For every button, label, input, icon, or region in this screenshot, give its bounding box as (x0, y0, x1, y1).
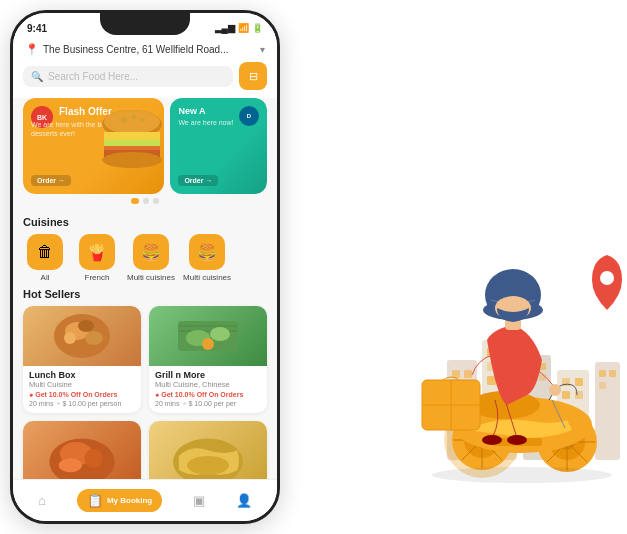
nav-home[interactable]: ⌂ (38, 493, 46, 508)
food-time-2: 20 mins (155, 400, 180, 407)
svg-rect-21 (562, 391, 570, 399)
food-price-2: $ 10.00 per per (189, 400, 236, 407)
svg-rect-24 (599, 370, 606, 377)
cuisine-all-icon: 🗑 (27, 234, 63, 270)
grid-icon: ▣ (193, 493, 205, 508)
cuisine-multi-2-label: Multi cuisines (183, 273, 231, 282)
dot-1[interactable] (131, 198, 139, 204)
nav-my-booking[interactable]: 📋 My Booking (77, 489, 162, 512)
cuisines-title: Cuisines (23, 216, 267, 228)
svg-point-67 (132, 115, 137, 120)
hot-sellers-section: Hot Sellers Lunch Box (13, 284, 277, 493)
svg-point-57 (600, 271, 614, 285)
svg-point-79 (202, 338, 214, 350)
wifi-icon: 📶 (238, 23, 249, 33)
bottom-nav: ⌂ 📋 My Booking ▣ 👤 (13, 479, 277, 521)
food-offer-grill: ● Get 10.0% Off On Orders (155, 391, 261, 398)
location-bar[interactable]: 📍 The Business Centre, 61 Wellfield Road… (13, 39, 277, 62)
svg-rect-3 (464, 370, 472, 378)
svg-rect-22 (575, 391, 583, 399)
burger-illustration (92, 102, 164, 182)
svg-point-58 (432, 467, 612, 483)
location-text: The Business Centre, 61 Wellfield Road..… (43, 44, 256, 55)
food-offer-lunch-box: ● Get 10.0% Off On Orders (29, 391, 135, 398)
dot-3[interactable] (153, 198, 159, 204)
food-grid: Lunch Box Multi Cuisine ● Get 10.0% Off … (23, 306, 267, 491)
svg-rect-17 (539, 374, 546, 381)
food-card-grill[interactable]: Grill n More Multi Cuisine, Chinese ● Ge… (149, 306, 267, 413)
cuisines-section: Cuisines 🗑 All 🍟 French 🍔 Multi cuisines… (13, 212, 277, 284)
cuisine-multi-1[interactable]: 🍔 Multi cuisines (127, 234, 175, 282)
svg-point-66 (121, 117, 127, 123)
cuisine-all[interactable]: 🗑 All (23, 234, 67, 282)
svg-point-50 (482, 435, 502, 445)
banner-2-order-btn[interactable]: Order → (178, 175, 218, 186)
svg-point-71 (85, 331, 103, 345)
search-input-wrap[interactable]: 🔍 Search Food Here... (23, 66, 233, 87)
food-info-lunch-box: Lunch Box Multi Cuisine ● Get 10.0% Off … (23, 366, 141, 413)
banner-1[interactable]: BK Flash Offer We are here with the best… (23, 98, 164, 194)
search-bar: 🔍 Search Food Here... ⊟ (13, 62, 277, 98)
banner-container: BK Flash Offer We are here with the best… (23, 98, 267, 194)
food-price-1: $ 10.00 per person (63, 400, 122, 407)
svg-point-52 (549, 384, 561, 396)
food-cuisine-grill: Multi Cuisine, Chinese (155, 380, 261, 389)
phone-screen: 9:41 ▂▄▆ 📶 🔋 📍 The Business Centre, 61 W… (13, 13, 277, 521)
nav-profile[interactable]: 👤 (236, 493, 252, 508)
food-image-lunch-box (23, 306, 141, 366)
svg-point-73 (78, 320, 94, 332)
search-input[interactable]: Search Food Here... (48, 71, 138, 82)
svg-rect-23 (595, 362, 620, 460)
cuisine-french[interactable]: 🍟 French (75, 234, 119, 282)
svg-point-60 (104, 110, 160, 134)
cuisine-multi-1-icon: 🍔 (133, 234, 169, 270)
food-meta-lunch-box: 20 mins $ 10.00 per person (29, 400, 135, 407)
offer-dot-2: ● (155, 391, 159, 398)
signal-icon: ▂▄▆ (215, 23, 235, 33)
filter-button[interactable]: ⊟ (239, 62, 267, 90)
banner-1-order-btn[interactable]: Order → (31, 175, 71, 186)
banner-2[interactable]: D New A We are here now! Order → (170, 98, 267, 194)
booking-label: My Booking (107, 496, 152, 505)
svg-point-68 (140, 118, 144, 122)
battery-icon: 🔋 (252, 23, 263, 33)
booking-icon: 📋 (87, 493, 103, 508)
home-icon: ⌂ (38, 493, 46, 508)
banner-2-logo: D (239, 106, 259, 126)
svg-point-85 (187, 456, 229, 475)
food-time-1: 20 mins (29, 400, 54, 407)
banner-area: BK Flash Offer We are here with the best… (13, 98, 277, 212)
nav-grid[interactable]: ▣ (193, 493, 205, 508)
separator-2 (183, 402, 186, 405)
food-image-grill (149, 306, 267, 366)
profile-icon: 👤 (236, 493, 252, 508)
separator-1 (57, 402, 60, 405)
cuisine-multi-1-label: Multi cuisines (127, 273, 175, 282)
cuisine-multi-2[interactable]: 🍔 Multi cuisines (183, 234, 231, 282)
svg-point-51 (507, 435, 527, 445)
search-icon: 🔍 (31, 71, 43, 82)
chevron-down-icon: ▾ (260, 44, 265, 55)
cuisine-all-label: All (41, 273, 50, 282)
svg-point-72 (64, 332, 76, 344)
offer-dot-1: ● (29, 391, 33, 398)
cuisine-list: 🗑 All 🍟 French 🍔 Multi cuisines 🍔 Multi … (23, 234, 267, 282)
svg-rect-20 (575, 378, 583, 386)
banner-2-title: New A (178, 106, 205, 116)
svg-point-83 (59, 458, 82, 472)
svg-rect-25 (609, 370, 616, 377)
status-icons: ▂▄▆ 📶 🔋 (215, 23, 263, 33)
food-card-lunch-box[interactable]: Lunch Box Multi Cuisine ● Get 10.0% Off … (23, 306, 141, 413)
phone-notch (100, 13, 190, 35)
hot-sellers-title: Hot Sellers (23, 288, 267, 300)
food-cuisine-lunch-box: Multi Cuisine (29, 380, 135, 389)
food-info-grill: Grill n More Multi Cuisine, Chinese ● Ge… (149, 366, 267, 413)
food-meta-grill: 20 mins $ 10.00 per per (155, 400, 261, 407)
phone-frame: 9:41 ▂▄▆ 📶 🔋 📍 The Business Centre, 61 W… (10, 10, 280, 524)
location-pin-icon: 📍 (25, 43, 39, 56)
svg-point-65 (102, 152, 162, 168)
banner-dots (23, 198, 267, 204)
cuisine-french-icon: 🍟 (79, 234, 115, 270)
dot-2[interactable] (143, 198, 149, 204)
food-name-grill: Grill n More (155, 370, 261, 380)
